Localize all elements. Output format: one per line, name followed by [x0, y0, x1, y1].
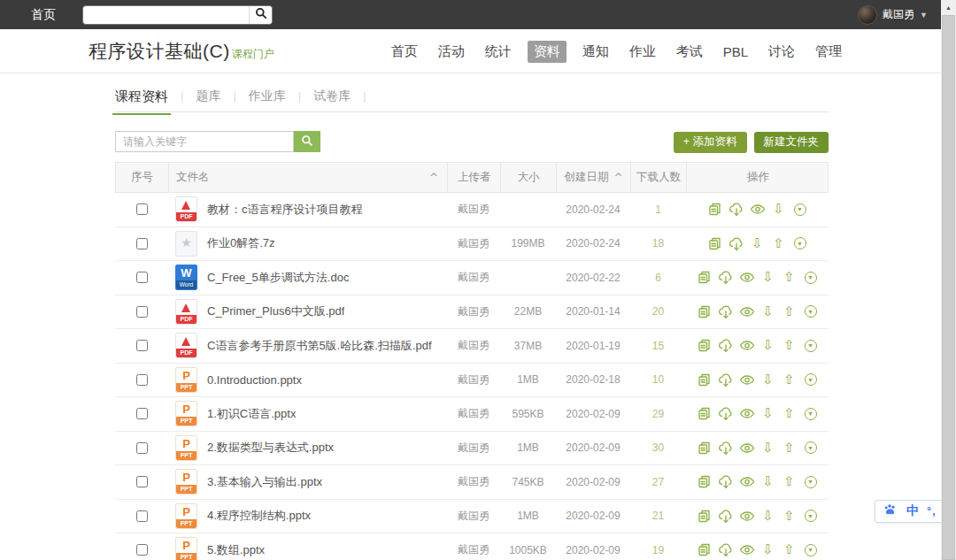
copy-icon[interactable]	[697, 372, 713, 387]
nav-item-1[interactable]: 活动	[434, 41, 469, 63]
keyword-input[interactable]	[115, 131, 294, 152]
move-up-icon[interactable]: ⇧	[782, 303, 798, 319]
more-icon[interactable]: ▼	[792, 235, 808, 251]
cloud-download-icon[interactable]	[718, 338, 734, 354]
user-menu[interactable]: 戴国勇 ▼	[858, 5, 928, 25]
move-up-icon[interactable]: ⇧	[782, 270, 798, 286]
row-checkbox[interactable]	[136, 476, 148, 487]
sort-asc-icon[interactable]: ^	[613, 172, 622, 184]
move-up-icon[interactable]: ⇧	[782, 372, 798, 387]
row-checkbox[interactable]	[136, 272, 148, 283]
preview-icon[interactable]	[739, 508, 755, 524]
ime-punctuation-toggle[interactable]: °,	[927, 505, 936, 518]
move-up-icon[interactable]: ⇧	[782, 440, 798, 456]
file-name[interactable]: 3.基本输入与输出.pptx	[207, 474, 322, 490]
cloud-download-icon[interactable]	[718, 542, 734, 558]
more-icon[interactable]: ▼	[803, 270, 819, 286]
nav-item-9[interactable]: 管理	[811, 41, 846, 63]
cloud-download-icon[interactable]	[729, 202, 744, 218]
more-icon[interactable]: ▼	[803, 406, 819, 422]
file-name[interactable]: C_Free_5单步调试方法.doc	[207, 270, 349, 286]
new-folder-button[interactable]: 新建文件夹	[754, 132, 829, 153]
ime-language-toggle[interactable]: 中	[906, 503, 919, 519]
col-filename[interactable]: 文件名 ^	[169, 163, 448, 192]
move-down-icon[interactable]: ⇩	[760, 338, 776, 354]
move-down-icon[interactable]: ⇩	[760, 542, 776, 558]
row-checkbox[interactable]	[136, 510, 148, 522]
preview-icon[interactable]	[739, 542, 755, 558]
move-up-icon[interactable]: ⇧	[782, 542, 798, 558]
cloud-download-icon[interactable]	[718, 270, 734, 286]
file-name[interactable]: 作业0解答.7z	[207, 235, 275, 251]
more-icon[interactable]: ▼	[803, 440, 819, 456]
preview-icon[interactable]	[739, 338, 755, 354]
more-icon[interactable]: ▼	[803, 508, 819, 524]
preview-icon[interactable]	[739, 474, 755, 490]
preview-icon[interactable]	[739, 270, 755, 286]
scrollbar[interactable]: ▲	[941, 0, 956, 560]
move-down-icon[interactable]: ⇩	[760, 474, 776, 490]
cloud-download-icon[interactable]	[729, 235, 744, 251]
row-checkbox[interactable]	[136, 306, 148, 318]
more-icon[interactable]: ▼	[792, 202, 808, 218]
tab-1[interactable]: 题库	[196, 88, 220, 113]
move-up-icon[interactable]: ⇧	[782, 474, 798, 490]
copy-icon[interactable]	[697, 542, 713, 558]
nav-item-0[interactable]: 首页	[387, 41, 422, 63]
nav-item-6[interactable]: 考试	[672, 41, 707, 63]
nav-item-3[interactable]: 资料	[528, 41, 567, 63]
cloud-download-icon[interactable]	[718, 508, 734, 524]
cloud-download-icon[interactable]	[718, 303, 734, 319]
more-icon[interactable]: ▼	[803, 542, 819, 558]
copy-icon[interactable]	[697, 440, 713, 456]
row-checkbox[interactable]	[136, 340, 148, 351]
tab-0[interactable]: 课程资料	[115, 88, 168, 114]
cloud-download-icon[interactable]	[718, 372, 734, 387]
file-name[interactable]: 5.数组.pptx	[207, 542, 265, 558]
move-up-icon[interactable]: ⇧	[782, 508, 798, 524]
nav-item-8[interactable]: 讨论	[764, 41, 799, 63]
keyword-search-button[interactable]	[294, 131, 320, 152]
col-created-date[interactable]: 创建日期 ^	[557, 163, 631, 192]
tab-3[interactable]: 试卷库	[313, 88, 351, 113]
row-checkbox[interactable]	[136, 442, 148, 454]
move-down-icon[interactable]: ⇩	[760, 406, 776, 422]
cloud-download-icon[interactable]	[718, 440, 734, 456]
move-up-icon[interactable]: ⇧	[771, 235, 787, 251]
row-checkbox[interactable]	[136, 238, 148, 249]
topbar-home-link[interactable]: 首页	[31, 7, 56, 23]
row-checkbox[interactable]	[136, 374, 148, 386]
file-name[interactable]: 4.程序控制结构.pptx	[207, 508, 311, 524]
paw-icon[interactable]	[883, 503, 898, 519]
copy-icon[interactable]	[707, 202, 723, 218]
move-up-icon[interactable]: ⇧	[782, 406, 798, 422]
more-icon[interactable]: ▼	[803, 303, 819, 319]
copy-icon[interactable]	[707, 235, 723, 251]
file-name[interactable]: C语言参考手册原书第5版.哈比森.扫描版.pdf	[207, 338, 432, 354]
copy-icon[interactable]	[697, 270, 713, 286]
copy-icon[interactable]	[697, 508, 713, 524]
row-checkbox[interactable]	[136, 408, 148, 419]
copy-icon[interactable]	[697, 474, 713, 490]
scroll-up-icon[interactable]: ▲	[941, 0, 956, 15]
preview-icon[interactable]	[739, 303, 755, 319]
move-down-icon[interactable]: ⇩	[760, 440, 776, 456]
file-name[interactable]: C_Primer_Plus6中文版.pdf	[207, 303, 344, 319]
file-name[interactable]: 教材：c语言程序设计项目教程	[207, 202, 363, 218]
copy-icon[interactable]	[697, 406, 713, 422]
nav-item-7[interactable]: PBL	[719, 42, 752, 62]
copy-icon[interactable]	[697, 338, 713, 354]
more-icon[interactable]: ▼	[803, 338, 819, 354]
move-down-icon[interactable]: ⇩	[760, 270, 776, 286]
tab-2[interactable]: 作业库	[249, 88, 286, 113]
topbar-search-button[interactable]	[249, 6, 272, 24]
scrollbar-thumb[interactable]	[942, 15, 955, 560]
nav-item-2[interactable]: 统计	[481, 41, 516, 63]
copy-icon[interactable]	[697, 303, 713, 319]
row-checkbox[interactable]	[136, 203, 148, 215]
nav-item-4[interactable]: 通知	[578, 41, 613, 63]
topbar-search-input[interactable]	[82, 5, 273, 25]
move-down-icon[interactable]: ⇩	[750, 235, 766, 251]
preview-icon[interactable]	[739, 440, 755, 456]
add-resource-button[interactable]: + 添加资料	[674, 132, 747, 153]
